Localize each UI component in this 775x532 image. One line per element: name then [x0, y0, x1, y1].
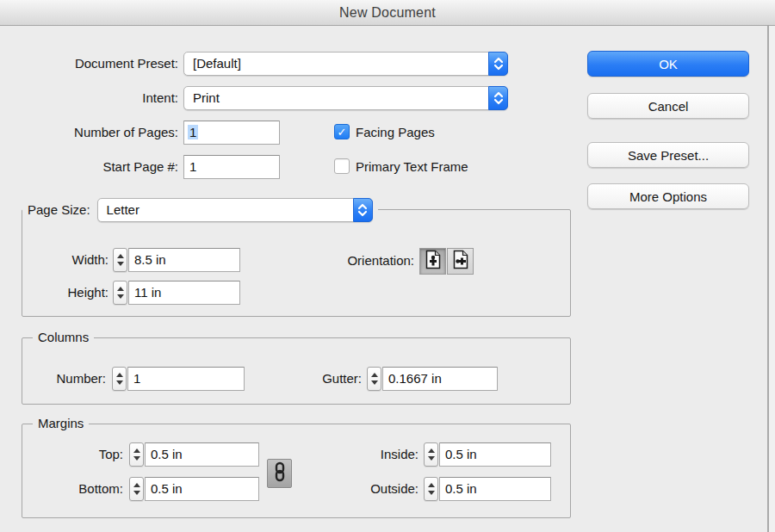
- margin-outside-field[interactable]: 0.5 in: [439, 477, 551, 501]
- link-margins-button[interactable]: [267, 459, 292, 488]
- height-stepper[interactable]: [113, 281, 127, 305]
- number-of-pages-value: 1: [188, 125, 198, 139]
- orientation-label: Orientation:: [298, 249, 414, 273]
- margin-outside-value: 0.5 in: [445, 481, 477, 496]
- chain-link-icon: [274, 461, 286, 486]
- columns-number-value: 1: [133, 371, 140, 386]
- title-bar[interactable]: New Document: [0, 0, 775, 26]
- facing-pages-label[interactable]: Facing Pages: [356, 121, 435, 145]
- columns-number-label: Number:: [26, 367, 106, 391]
- margin-top-stepper[interactable]: [129, 442, 144, 467]
- columns-number-field[interactable]: 1: [127, 367, 245, 391]
- margin-inside-value: 0.5 in: [445, 447, 477, 461]
- stepper-up-icon: [116, 373, 123, 377]
- facing-pages-checkbox[interactable]: ✓: [334, 124, 350, 139]
- page-size-dropdown[interactable]: Letter: [97, 198, 373, 222]
- check-icon: ✓: [338, 126, 347, 139]
- start-page-field[interactable]: 1: [183, 155, 280, 179]
- popup-chevrons-icon: [488, 52, 508, 76]
- height-field[interactable]: 11 in: [128, 281, 240, 305]
- orientation-portrait-button[interactable]: [419, 248, 446, 275]
- orientation-landscape-button[interactable]: [447, 248, 474, 275]
- stepper-down-icon: [428, 491, 435, 495]
- landscape-page-icon: [452, 250, 469, 273]
- height-label: Height:: [26, 281, 108, 305]
- margin-bottom-stepper[interactable]: [129, 477, 144, 501]
- cancel-button[interactable]: Cancel: [587, 93, 749, 119]
- portrait-page-icon: [425, 250, 442, 273]
- intent-dropdown[interactable]: Print: [183, 86, 508, 110]
- stepper-down-icon: [133, 456, 140, 461]
- window-right-strip: [769, 26, 775, 532]
- more-options-button-label: More Options: [629, 189, 707, 204]
- save-preset-button[interactable]: Save Preset...: [587, 142, 749, 168]
- document-preset-value: [Default]: [193, 56, 241, 71]
- stepper-up-icon: [133, 483, 140, 487]
- stepper-down-icon: [117, 294, 124, 299]
- stepper-down-icon: [371, 380, 378, 385]
- number-of-pages-field[interactable]: 1: [183, 121, 280, 145]
- gutter-stepper[interactable]: [367, 367, 381, 391]
- margin-inside-field[interactable]: 0.5 in: [439, 442, 551, 467]
- intent-label: Intent:: [17, 86, 178, 110]
- columns-number-stepper[interactable]: [112, 367, 127, 391]
- window-right-edge: [767, 26, 769, 532]
- gutter-label: Gutter:: [284, 367, 362, 391]
- stepper-up-icon: [117, 254, 124, 258]
- gutter-field[interactable]: 0.1667 in: [382, 367, 498, 391]
- stepper-down-icon: [116, 380, 123, 385]
- margin-bottom-value: 0.5 in: [151, 481, 183, 496]
- stepper-up-icon: [133, 448, 140, 453]
- number-of-pages-label: Number of Pages:: [17, 121, 178, 145]
- margin-top-label: Top:: [34, 442, 123, 467]
- popup-chevrons-icon: [353, 198, 373, 222]
- gutter-value: 0.1667 in: [388, 371, 442, 386]
- more-options-button[interactable]: More Options: [587, 183, 749, 209]
- stepper-down-icon: [133, 491, 140, 495]
- new-document-dialog: New Document Document Preset: [Default] …: [0, 0, 775, 532]
- margin-bottom-label: Bottom:: [34, 477, 123, 501]
- margin-bottom-field[interactable]: 0.5 in: [145, 477, 259, 501]
- margin-outside-label: Outside:: [327, 477, 418, 501]
- intent-value: Print: [193, 90, 220, 105]
- stepper-up-icon: [117, 287, 124, 291]
- margin-outside-stepper[interactable]: [424, 477, 438, 501]
- stepper-down-icon: [428, 456, 435, 461]
- margins-legend: Margins: [33, 416, 89, 431]
- page-size-legend: Page Size: Letter: [22, 197, 378, 222]
- ok-button[interactable]: OK: [587, 51, 749, 77]
- margin-top-field[interactable]: 0.5 in: [145, 442, 259, 467]
- stepper-up-icon: [428, 483, 435, 487]
- primary-text-frame-checkbox[interactable]: [334, 158, 350, 174]
- document-preset-label: Document Preset:: [17, 52, 178, 76]
- dialog-title: New Document: [339, 5, 436, 21]
- width-value: 8.5 in: [134, 252, 166, 267]
- width-label: Width:: [26, 248, 108, 272]
- width-field[interactable]: 8.5 in: [128, 248, 240, 272]
- popup-chevrons-icon: [488, 86, 508, 110]
- ok-button-label: OK: [659, 57, 678, 71]
- margin-top-value: 0.5 in: [151, 447, 183, 461]
- margin-inside-label: Inside:: [327, 442, 418, 467]
- cancel-button-label: Cancel: [648, 99, 689, 114]
- stepper-up-icon: [371, 373, 378, 377]
- start-page-value: 1: [189, 159, 196, 174]
- document-preset-dropdown[interactable]: [Default]: [183, 52, 508, 76]
- stepper-down-icon: [117, 262, 124, 266]
- primary-text-frame-label[interactable]: Primary Text Frame: [356, 155, 468, 179]
- height-value: 11 in: [134, 285, 161, 300]
- page-size-label: Page Size:: [28, 197, 90, 222]
- save-preset-button-label: Save Preset...: [628, 148, 709, 163]
- width-stepper[interactable]: [113, 248, 127, 272]
- stepper-up-icon: [428, 448, 435, 453]
- margin-inside-stepper[interactable]: [424, 442, 438, 467]
- margins-group: [22, 424, 571, 518]
- start-page-label: Start Page #:: [17, 155, 178, 179]
- page-size-value: Letter: [107, 202, 140, 217]
- columns-legend: Columns: [33, 330, 94, 345]
